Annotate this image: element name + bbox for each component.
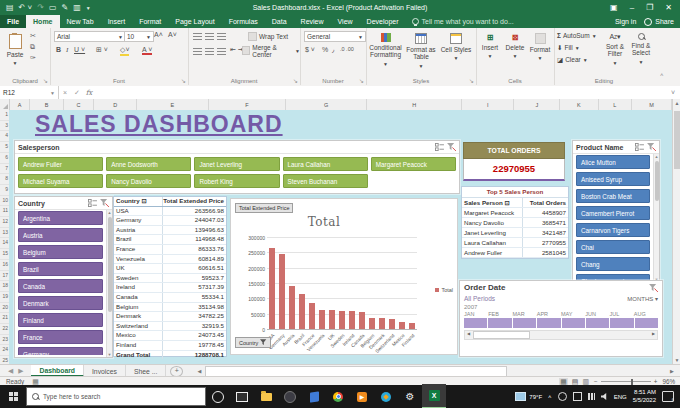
new-sheet-button[interactable]: +: [170, 366, 183, 377]
slicer-button[interactable]: Steven Buchanan: [283, 174, 368, 188]
ribbon-tab-home[interactable]: Home: [26, 15, 59, 28]
close-button[interactable]: ✕: [665, 3, 672, 12]
align-left-icon[interactable]: [193, 48, 202, 55]
row-header-1[interactable]: 1: [0, 110, 9, 121]
timeline-scroll-thumb[interactable]: [473, 331, 530, 339]
conditional-formatting-button[interactable]: Conditional Formatting▼: [367, 29, 404, 67]
wrap-text-button[interactable]: Wrap Text: [248, 32, 288, 41]
horizontal-scrollbar[interactable]: ◀ ▶: [195, 366, 676, 376]
column-header-M[interactable]: M: [632, 99, 672, 110]
row-header-8[interactable]: 8: [0, 174, 9, 185]
scroll-thumb[interactable]: [674, 111, 680, 169]
ribbon-tab-view[interactable]: View: [331, 15, 360, 28]
pivot-row[interactable]: Germany244047.03: [114, 216, 226, 226]
slicer-button[interactable]: Brazil: [18, 262, 103, 276]
pivot-row[interactable]: Venezuela60814.89: [114, 255, 226, 265]
find-select-button[interactable]: Find & Select▼: [628, 29, 654, 65]
worksheet[interactable]: SALES DASHBOARD Salesperson Andrew Fulle…: [9, 110, 672, 364]
settings-gear-icon[interactable]: ⚙: [398, 385, 422, 408]
align-middle-icon[interactable]: [205, 33, 214, 40]
cortana-icon[interactable]: [206, 385, 230, 408]
pivot-row[interactable]: Canada55334.1: [114, 293, 226, 303]
clear-filter-icon[interactable]: [100, 199, 109, 207]
notifications-icon[interactable]: [662, 391, 674, 402]
notes-app-icon[interactable]: [302, 385, 326, 408]
timeline-month-segment[interactable]: [635, 318, 658, 328]
zoom-in-icon[interactable]: +: [654, 378, 658, 385]
bar-Venezuela[interactable]: [319, 310, 325, 329]
scroll-up-icon[interactable]: ▲: [107, 210, 112, 215]
scroll-left-icon[interactable]: ◀: [195, 366, 203, 376]
name-box[interactable]: R12▼: [0, 86, 59, 99]
number-format-select[interactable]: General▼: [304, 31, 366, 42]
decimal-icons[interactable]: .0 .00: [340, 46, 354, 52]
vertical-scrollbar[interactable]: ▲ ▼: [672, 99, 680, 364]
autosum-button[interactable]: ΣAutoSum▼: [557, 31, 597, 40]
slicer-button[interactable]: Chai: [576, 240, 650, 254]
battery-icon[interactable]: [573, 392, 582, 401]
slicer-button[interactable]: Michael Suyama: [18, 174, 103, 188]
top5-salesperson-table[interactable]: Top 5 Sales Person Sales Person ⊡Total O…: [461, 186, 569, 259]
slicer-button[interactable]: Denmark: [18, 296, 103, 310]
row-header-19[interactable]: 19: [0, 292, 9, 303]
merge-center-button[interactable]: Merge & Center▼: [242, 46, 300, 55]
column-header-E[interactable]: E: [137, 99, 209, 110]
pivot-row[interactable]: Mexico24073.45: [114, 331, 226, 341]
bar-Austria[interactable]: [289, 286, 295, 329]
minimize-button[interactable]: –: [630, 3, 634, 12]
bar-UK[interactable]: [329, 310, 335, 329]
slicer-button[interactable]: Laura Callahan: [283, 157, 368, 171]
slicer-button[interactable]: Robert King: [194, 174, 279, 188]
pivot-row[interactable]: Denmark34782.25: [114, 312, 226, 322]
prev-sheet-icon[interactable]: ◀: [8, 367, 13, 375]
pivot-row[interactable]: UK60616.51: [114, 264, 226, 274]
percent-icon[interactable]: %: [322, 46, 328, 53]
timeline-selection-band[interactable]: [464, 318, 658, 328]
sort-filter-button[interactable]: AZ▾ Sort & Filter▼: [602, 29, 628, 66]
zoom-slider-knob[interactable]: [631, 379, 633, 385]
clear-filter-icon[interactable]: [447, 143, 456, 151]
scroll-down-icon[interactable]: ▼: [673, 357, 680, 363]
slicer-button[interactable]: Anne Dodsworth: [106, 157, 191, 171]
slicer-button[interactable]: Carnarvon Tigers: [576, 223, 650, 237]
excel-taskbar-icon[interactable]: X: [422, 384, 446, 408]
column-header-D[interactable]: D: [94, 99, 137, 110]
column-header-B[interactable]: B: [30, 99, 63, 110]
bar-Finland[interactable]: [409, 323, 415, 329]
formula-bar-expand-icon[interactable]: ˅: [666, 89, 680, 96]
next-sheet-icon[interactable]: ▶: [18, 367, 23, 375]
column-header-F[interactable]: F: [209, 99, 286, 110]
slicer-button[interactable]: Argentina: [18, 211, 103, 225]
file-explorer-icon[interactable]: [254, 385, 278, 408]
row-header-15[interactable]: 15: [0, 249, 9, 260]
slicer-button[interactable]: Belgium: [18, 245, 103, 259]
product-slicer-scrollbar[interactable]: ▲ ▼: [653, 154, 659, 282]
row-header-5[interactable]: 5: [0, 142, 9, 153]
ribbon-tab-page-layout[interactable]: Page Layout: [168, 15, 221, 28]
format-as-table-button[interactable]: Format as Table▼: [404, 29, 438, 69]
slicer-button[interactable]: Canada: [18, 279, 103, 293]
multi-select-icon[interactable]: [435, 143, 444, 151]
top5-header[interactable]: Sales Person ⊡Total Orders: [462, 198, 568, 208]
grow-font-icon[interactable]: A˄: [154, 31, 163, 38]
format-painter-icon[interactable]: ✑: [30, 54, 36, 62]
row-header-23[interactable]: 23: [0, 335, 9, 346]
row-header-11[interactable]: 11: [0, 206, 9, 217]
row-header-17[interactable]: 17: [0, 271, 9, 282]
select-all-corner[interactable]: [0, 99, 10, 110]
slicer-button[interactable]: Andrew Fuller: [18, 157, 103, 171]
scroll-right-icon[interactable]: ▶: [650, 331, 657, 337]
fill-button[interactable]: ⬇Fill▼: [557, 43, 580, 52]
cut-icon[interactable]: ✂: [30, 32, 36, 40]
borders-icon[interactable]: ⊞ ˅: [96, 46, 108, 54]
slicer-button[interactable]: Aniseed Syrup: [576, 172, 650, 186]
paste-button[interactable]: Paste▼: [2, 30, 28, 66]
sign-in-link[interactable]: Sign in: [615, 18, 636, 25]
slicer-button[interactable]: Boston Crab Meat: [576, 189, 650, 203]
formula-input[interactable]: [95, 86, 666, 99]
pivot-row[interactable]: Belgium35134.98: [114, 303, 226, 313]
format-cells-button[interactable]: Format▼: [528, 29, 552, 61]
bar-France[interactable]: [309, 303, 315, 329]
ribbon-display-icon[interactable]: ▣: [610, 3, 618, 12]
row-header-7[interactable]: 7: [0, 164, 9, 175]
